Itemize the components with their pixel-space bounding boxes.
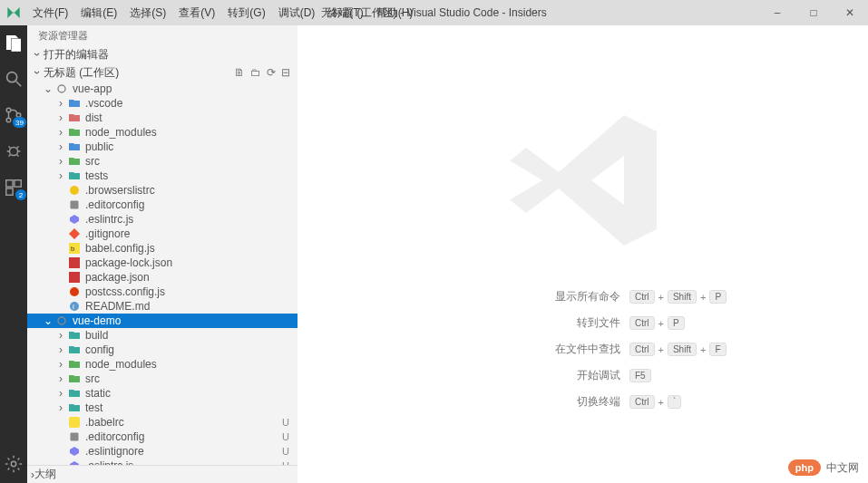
item-label: .eslintrc.js	[85, 459, 279, 465]
file-item[interactable]: .eslintrc.jsU	[27, 459, 297, 465]
welcome-row: 开始调试F5	[439, 368, 727, 383]
activity-extensions[interactable]: 2	[4, 178, 24, 198]
twistie-icon: ›	[54, 329, 67, 342]
workspace-section[interactable]: › 无标题 (工作区) 🗎 🗀 ⟳ ⊟	[27, 63, 297, 82]
file-icon	[67, 272, 82, 283]
file-item[interactable]: postcss.config.js	[27, 285, 297, 299]
collapse-icon[interactable]: ⊟	[281, 66, 290, 79]
file-icon	[67, 431, 82, 442]
folder-item[interactable]: ⌄vue-demo	[27, 314, 297, 328]
item-label: test	[85, 401, 279, 414]
key: Shift	[668, 343, 697, 356]
menu-item[interactable]: 调试(D)	[273, 4, 321, 23]
open-editors-section[interactable]: › 打开的编辑器	[27, 45, 297, 63]
file-icon	[67, 388, 82, 399]
twistie-icon: ›	[54, 401, 67, 414]
file-icon	[67, 185, 82, 196]
new-file-icon[interactable]: 🗎	[234, 66, 245, 79]
activity-settings[interactable]	[4, 454, 24, 474]
item-label: build	[85, 329, 279, 342]
file-item[interactable]: .eslintignoreU	[27, 444, 297, 459]
file-item[interactable]: .editorconfigU	[27, 430, 297, 444]
key: Ctrl	[629, 343, 655, 356]
new-folder-icon[interactable]: 🗀	[250, 66, 261, 79]
item-label: .browserslistrc	[85, 184, 279, 197]
file-item[interactable]: .babelrcU	[27, 415, 297, 430]
refresh-icon[interactable]: ⟳	[267, 66, 276, 79]
file-item[interactable]: .browserslistrc	[27, 183, 297, 198]
activity-debug[interactable]	[4, 141, 24, 161]
menu-item[interactable]: 转到(G)	[222, 4, 270, 23]
minimize-button[interactable]: –	[759, 6, 795, 19]
command-label: 转到文件	[439, 315, 620, 331]
file-item[interactable]: package-lock.json	[27, 256, 297, 270]
menu-item[interactable]: 文件(F)	[27, 4, 73, 23]
command-label: 开始调试	[439, 368, 620, 383]
file-item[interactable]: package.json	[27, 270, 297, 285]
file-icon	[67, 199, 82, 210]
item-label: dist	[85, 111, 279, 124]
file-icon	[67, 417, 82, 428]
window-title: 无标题 (工作区) - Visual Studio Code - Insider…	[321, 5, 547, 21]
folder-item[interactable]: ›config	[27, 343, 297, 357]
item-label: vue-app	[73, 82, 279, 95]
activity-search[interactable]	[4, 69, 24, 89]
file-item[interactable]: .gitignore	[27, 227, 297, 241]
activity-bar: 392	[0, 25, 27, 483]
file-icon	[67, 344, 82, 355]
welcome-commands: 显示所有命令Ctrl+Shift+P转到文件Ctrl+P在文件中查找Ctrl+S…	[439, 289, 727, 410]
twistie-icon: ›	[54, 169, 67, 182]
section-label: 打开的编辑器	[44, 47, 109, 63]
maximize-button[interactable]: □	[795, 6, 832, 19]
folder-item[interactable]: ›static	[27, 386, 297, 401]
folder-item[interactable]: ›src	[27, 154, 297, 169]
activity-scm[interactable]: 39	[4, 105, 24, 125]
file-icon	[67, 98, 82, 109]
twistie-icon: ›	[54, 111, 67, 124]
menu-item[interactable]: 编辑(E)	[75, 4, 122, 23]
window-controls: – □ ✕	[759, 6, 868, 19]
item-label: package.json	[85, 271, 279, 284]
file-icon: i	[67, 301, 82, 312]
menu-item[interactable]: 查看(V)	[173, 4, 220, 23]
file-item[interactable]: iREADME.md	[27, 299, 297, 314]
file-item[interactable]: .eslintrc.js	[27, 212, 297, 227]
file-item[interactable]: .editorconfig	[27, 198, 297, 212]
badge: 2	[15, 189, 26, 200]
activity-explorer[interactable]	[4, 33, 24, 53]
item-label: src	[85, 155, 279, 168]
item-label: tests	[85, 169, 279, 182]
folder-item[interactable]: ›public	[27, 140, 297, 154]
file-icon	[67, 446, 82, 457]
svg-point-1	[6, 108, 11, 112]
file-item[interactable]: bbabel.config.js	[27, 241, 297, 256]
twistie-icon: ›	[54, 140, 67, 153]
file-tree: ⌄vue-app›.vscode›dist›node_modules›publi…	[27, 82, 297, 465]
twistie-icon: ›	[54, 155, 67, 168]
file-icon	[67, 460, 82, 465]
item-label: .editorconfig	[85, 198, 279, 211]
outline-section[interactable]: › 大纲	[27, 465, 297, 483]
menu-item[interactable]: 选择(S)	[124, 4, 171, 23]
close-button[interactable]: ✕	[832, 6, 868, 19]
folder-item[interactable]: ›tests	[27, 169, 297, 183]
folder-item[interactable]: ›build	[27, 328, 297, 343]
folder-item[interactable]: ›src	[27, 372, 297, 386]
folder-item[interactable]: ›dist	[27, 111, 297, 125]
folder-item[interactable]: ›test	[27, 401, 297, 415]
watermark-text: 中文网	[826, 460, 859, 476]
item-label: .editorconfig	[85, 430, 279, 443]
folder-item[interactable]: ›node_modules	[27, 125, 297, 140]
key: P	[709, 290, 727, 304]
twistie-icon: ›	[54, 97, 67, 110]
file-icon	[67, 286, 82, 297]
editor-area: 显示所有命令Ctrl+Shift+P转到文件Ctrl+P在文件中查找Ctrl+S…	[297, 25, 868, 483]
item-label: config	[85, 343, 279, 356]
key: Ctrl	[629, 316, 655, 330]
item-label: .eslintignore	[85, 445, 279, 458]
folder-item[interactable]: ›node_modules	[27, 357, 297, 372]
folder-item[interactable]: ⌄vue-app	[27, 82, 297, 96]
svg-rect-6	[15, 180, 21, 187]
folder-item[interactable]: ›.vscode	[27, 96, 297, 111]
twistie-icon: ›	[54, 126, 67, 139]
